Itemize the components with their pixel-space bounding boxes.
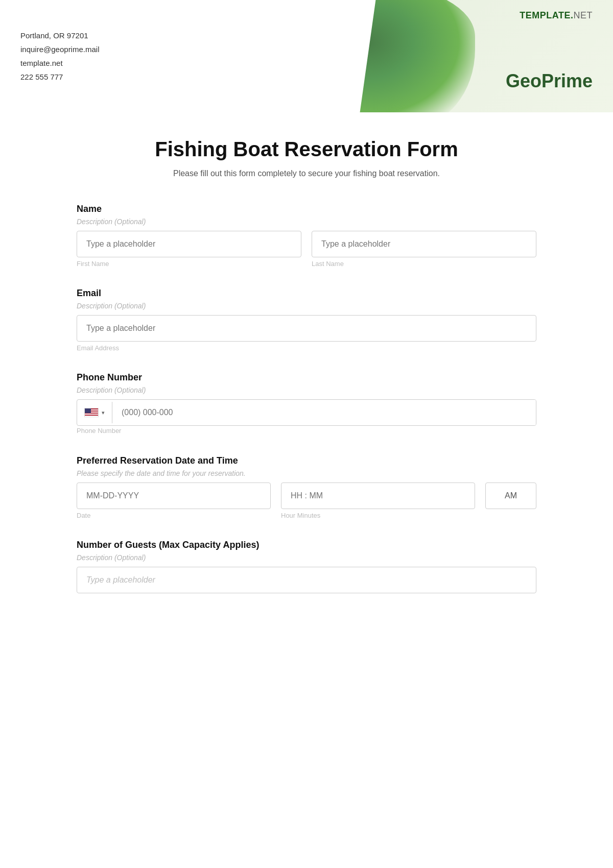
phone-description: Description (Optional): [77, 386, 536, 394]
contact-info: Portland, OR 97201 inquire@geoprime.mail…: [20, 29, 317, 84]
datetime-label: Preferred Reservation Date and Time: [77, 455, 536, 466]
page-header: Portland, OR 97201 inquire@geoprime.mail…: [0, 0, 613, 112]
form-title: Fishing Boat Reservation Form: [77, 138, 536, 161]
guests-col: [77, 567, 536, 593]
guests-description: Description (Optional): [77, 553, 536, 562]
datetime-section: Preferred Reservation Date and Time Plea…: [77, 455, 536, 519]
form-container: Fishing Boat Reservation Form Please fil…: [26, 112, 587, 644]
contact-email: inquire@geoprime.mail: [20, 42, 317, 56]
time-input[interactable]: [281, 483, 475, 509]
guests-fields-row: [77, 567, 536, 593]
phone-label: Phone Number: [77, 372, 536, 383]
phone-section: Phone Number Description (Optional) ▾ Ph…: [77, 372, 536, 435]
us-flag-icon: [84, 408, 99, 417]
company-name: GeoPrime: [506, 70, 593, 92]
chevron-down-icon: ▾: [102, 409, 105, 416]
contact-website: template.net: [20, 56, 317, 70]
country-code-selector[interactable]: ▾: [77, 402, 112, 423]
email-fields-row: Email Address: [77, 315, 536, 352]
contact-phone: 222 555 777: [20, 70, 317, 84]
first-name-col: First Name: [77, 231, 301, 268]
first-name-input[interactable]: [77, 231, 301, 257]
name-fields-row: First Name Last Name: [77, 231, 536, 268]
guests-section: Number of Guests (Max Capacity Applies) …: [77, 540, 536, 593]
email-section: Email Description (Optional) Email Addre…: [77, 288, 536, 352]
last-name-sublabel: Last Name: [312, 260, 536, 268]
email-col: Email Address: [77, 315, 536, 352]
template-badge: TEMPLATE.NET: [520, 10, 593, 21]
form-subtitle: Please fill out this form completely to …: [77, 169, 536, 178]
header-brand-section: TEMPLATE.NET GeoPrime: [337, 0, 613, 112]
last-name-col: Last Name: [312, 231, 536, 268]
guests-label: Number of Guests (Max Capacity Applies): [77, 540, 536, 550]
email-label: Email: [77, 288, 536, 299]
time-col: Hour Minutes: [281, 483, 475, 519]
name-label: Name: [77, 204, 536, 214]
phone-sublabel: Phone Number: [77, 427, 121, 435]
datetime-description: Please specify the date and time for you…: [77, 469, 536, 477]
name-description: Description (Optional): [77, 218, 536, 226]
ampm-col: AM: [485, 483, 536, 509]
email-input[interactable]: [77, 315, 536, 342]
ampm-toggle[interactable]: AM: [485, 483, 536, 509]
first-name-sublabel: First Name: [77, 260, 301, 268]
time-sublabel: Hour Minutes: [281, 512, 475, 519]
phone-number-input[interactable]: [112, 400, 536, 425]
email-sublabel: Email Address: [77, 344, 536, 352]
date-col: Date: [77, 483, 271, 519]
contact-address: Portland, OR 97201: [20, 29, 317, 42]
last-name-input[interactable]: [312, 231, 536, 257]
date-input[interactable]: [77, 483, 271, 509]
header-contact-section: Portland, OR 97201 inquire@geoprime.mail…: [0, 0, 337, 112]
guests-input[interactable]: [77, 567, 536, 593]
email-description: Description (Optional): [77, 302, 536, 310]
name-section: Name Description (Optional) First Name L…: [77, 204, 536, 268]
phone-input-row: ▾: [77, 399, 536, 426]
date-sublabel: Date: [77, 512, 271, 519]
datetime-fields-row: Date Hour Minutes AM: [77, 483, 536, 519]
